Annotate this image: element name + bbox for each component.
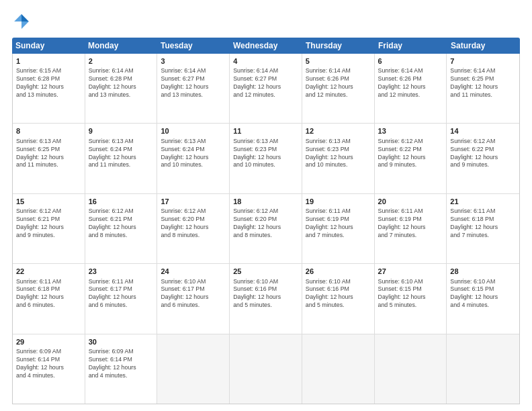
day-number: 13 (378, 126, 443, 136)
table-row (157, 334, 230, 404)
day-info: Sunrise: 6:10 AMSunset: 6:15 PMDaylight:… (450, 278, 516, 310)
table-row: 17Sunrise: 6:12 AMSunset: 6:20 PMDayligh… (157, 194, 230, 263)
day-number: 5 (306, 56, 371, 66)
table-row: 25Sunrise: 6:10 AMSunset: 6:16 PMDayligh… (230, 264, 302, 333)
day-info: Sunrise: 6:11 AMSunset: 6:18 PMDaylight:… (450, 208, 516, 240)
header-friday: Friday (375, 38, 447, 54)
table-row: 28Sunrise: 6:10 AMSunset: 6:15 PMDayligh… (447, 264, 519, 333)
header-monday: Monday (85, 38, 157, 54)
day-info: Sunrise: 6:13 AMSunset: 6:23 PMDaylight:… (306, 138, 371, 170)
table-row: 21Sunrise: 6:11 AMSunset: 6:18 PMDayligh… (447, 194, 519, 263)
day-info: Sunrise: 6:09 AMSunset: 6:14 PMDaylight:… (16, 348, 81, 380)
calendar: SundayMondayTuesdayWednesdayThursdayFrid… (12, 38, 520, 404)
table-row: 19Sunrise: 6:11 AMSunset: 6:19 PMDayligh… (302, 194, 375, 263)
day-info: Sunrise: 6:13 AMSunset: 6:25 PMDaylight:… (16, 138, 81, 170)
day-number: 19 (306, 197, 371, 207)
day-number: 4 (233, 56, 298, 66)
calendar-row: 1Sunrise: 6:15 AMSunset: 6:28 PMDaylight… (13, 54, 519, 124)
day-info: Sunrise: 6:12 AMSunset: 6:20 PMDaylight:… (233, 208, 298, 240)
day-number: 11 (233, 126, 298, 136)
day-info: Sunrise: 6:14 AMSunset: 6:27 PMDaylight:… (161, 67, 226, 99)
table-row (447, 334, 519, 404)
table-row: 26Sunrise: 6:10 AMSunset: 6:16 PMDayligh… (302, 264, 375, 333)
header (12, 12, 520, 31)
day-info: Sunrise: 6:10 AMSunset: 6:16 PMDaylight:… (306, 278, 371, 310)
header-tuesday: Tuesday (157, 38, 230, 54)
table-row: 29Sunrise: 6:09 AMSunset: 6:14 PMDayligh… (13, 334, 85, 404)
table-row: 12Sunrise: 6:13 AMSunset: 6:23 PMDayligh… (302, 124, 375, 193)
calendar-row: 22Sunrise: 6:11 AMSunset: 6:18 PMDayligh… (13, 264, 519, 334)
day-number: 1 (16, 56, 81, 66)
header-wednesday: Wednesday (230, 38, 302, 54)
day-number: 22 (16, 267, 81, 277)
day-info: Sunrise: 6:11 AMSunset: 6:18 PMDaylight:… (16, 278, 81, 310)
day-info: Sunrise: 6:13 AMSunset: 6:23 PMDaylight:… (233, 138, 298, 170)
day-number: 26 (306, 267, 371, 277)
day-number: 29 (16, 337, 81, 347)
table-row: 4Sunrise: 6:14 AMSunset: 6:27 PMDaylight… (230, 54, 302, 123)
table-row: 10Sunrise: 6:13 AMSunset: 6:24 PMDayligh… (157, 124, 230, 193)
day-number: 15 (16, 197, 81, 207)
day-info: Sunrise: 6:09 AMSunset: 6:14 PMDaylight:… (89, 348, 154, 380)
table-row (375, 334, 447, 404)
day-info: Sunrise: 6:15 AMSunset: 6:28 PMDaylight:… (16, 67, 81, 99)
day-number: 21 (450, 197, 516, 207)
day-number: 23 (89, 267, 154, 277)
day-info: Sunrise: 6:14 AMSunset: 6:25 PMDaylight:… (450, 67, 516, 99)
table-row: 11Sunrise: 6:13 AMSunset: 6:23 PMDayligh… (230, 124, 302, 193)
table-row (302, 334, 375, 404)
day-number: 20 (378, 197, 443, 207)
day-number: 8 (16, 126, 81, 136)
table-row: 13Sunrise: 6:12 AMSunset: 6:22 PMDayligh… (375, 124, 447, 193)
day-info: Sunrise: 6:14 AMSunset: 6:27 PMDaylight:… (233, 67, 298, 99)
day-info: Sunrise: 6:12 AMSunset: 6:22 PMDaylight:… (378, 138, 443, 170)
day-info: Sunrise: 6:11 AMSunset: 6:17 PMDaylight:… (89, 278, 154, 310)
day-number: 7 (450, 56, 516, 66)
day-number: 25 (233, 267, 298, 277)
day-number: 3 (161, 56, 226, 66)
calendar-row: 8Sunrise: 6:13 AMSunset: 6:25 PMDaylight… (13, 124, 519, 193)
table-row: 27Sunrise: 6:10 AMSunset: 6:15 PMDayligh… (375, 264, 447, 333)
day-info: Sunrise: 6:12 AMSunset: 6:22 PMDaylight:… (450, 138, 516, 170)
svg-marker-1 (21, 21, 29, 29)
day-number: 18 (233, 197, 298, 207)
day-info: Sunrise: 6:13 AMSunset: 6:24 PMDaylight:… (89, 138, 154, 170)
table-row: 18Sunrise: 6:12 AMSunset: 6:20 PMDayligh… (230, 194, 302, 263)
day-number: 16 (89, 197, 154, 207)
day-info: Sunrise: 6:11 AMSunset: 6:19 PMDaylight:… (306, 208, 371, 240)
table-row: 23Sunrise: 6:11 AMSunset: 6:17 PMDayligh… (85, 264, 158, 333)
day-number: 2 (89, 56, 154, 66)
table-row: 22Sunrise: 6:11 AMSunset: 6:18 PMDayligh… (13, 264, 85, 333)
calendar-row: 29Sunrise: 6:09 AMSunset: 6:14 PMDayligh… (13, 334, 519, 404)
table-row: 3Sunrise: 6:14 AMSunset: 6:27 PMDaylight… (157, 54, 230, 123)
svg-marker-2 (14, 14, 21, 21)
svg-marker-0 (21, 14, 29, 21)
calendar-body: 1Sunrise: 6:15 AMSunset: 6:28 PMDaylight… (12, 54, 520, 404)
table-row: 1Sunrise: 6:15 AMSunset: 6:28 PMDaylight… (13, 54, 85, 123)
header-sunday: Sunday (12, 38, 85, 54)
table-row: 15Sunrise: 6:12 AMSunset: 6:21 PMDayligh… (13, 194, 85, 263)
table-row: 5Sunrise: 6:14 AMSunset: 6:26 PMDaylight… (302, 54, 375, 123)
day-number: 17 (161, 197, 226, 207)
calendar-row: 15Sunrise: 6:12 AMSunset: 6:21 PMDayligh… (13, 194, 519, 264)
day-info: Sunrise: 6:12 AMSunset: 6:20 PMDaylight:… (161, 208, 226, 240)
header-saturday: Saturday (447, 38, 520, 54)
day-info: Sunrise: 6:10 AMSunset: 6:16 PMDaylight:… (233, 278, 298, 310)
day-number: 10 (161, 126, 226, 136)
table-row: 6Sunrise: 6:14 AMSunset: 6:26 PMDaylight… (375, 54, 447, 123)
calendar-header: SundayMondayTuesdayWednesdayThursdayFrid… (12, 38, 520, 54)
day-info: Sunrise: 6:14 AMSunset: 6:26 PMDaylight:… (378, 67, 443, 99)
table-row: 9Sunrise: 6:13 AMSunset: 6:24 PMDaylight… (85, 124, 158, 193)
logo (12, 12, 34, 31)
table-row: 16Sunrise: 6:12 AMSunset: 6:21 PMDayligh… (85, 194, 158, 263)
table-row: 7Sunrise: 6:14 AMSunset: 6:25 PMDaylight… (447, 54, 519, 123)
header-thursday: Thursday (302, 38, 375, 54)
day-number: 6 (378, 56, 443, 66)
logo-icon (12, 12, 31, 31)
day-info: Sunrise: 6:12 AMSunset: 6:21 PMDaylight:… (89, 208, 154, 240)
table-row: 14Sunrise: 6:12 AMSunset: 6:22 PMDayligh… (447, 124, 519, 193)
table-row: 8Sunrise: 6:13 AMSunset: 6:25 PMDaylight… (13, 124, 85, 193)
day-info: Sunrise: 6:10 AMSunset: 6:17 PMDaylight:… (161, 278, 226, 310)
day-info: Sunrise: 6:13 AMSunset: 6:24 PMDaylight:… (161, 138, 226, 170)
table-row: 30Sunrise: 6:09 AMSunset: 6:14 PMDayligh… (85, 334, 158, 404)
